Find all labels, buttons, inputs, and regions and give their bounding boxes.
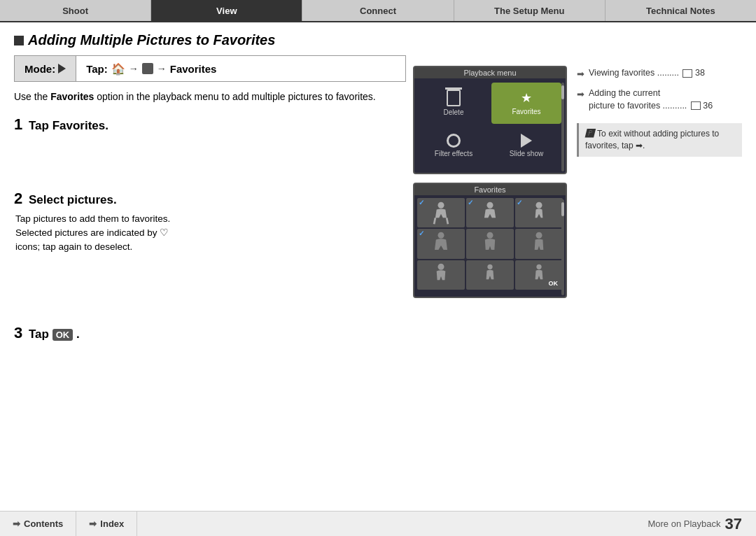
note-icon: 🅿	[585, 129, 594, 139]
intro-text: Use the Favorites option in the playback…	[14, 90, 406, 104]
figure-svg-4	[431, 231, 451, 256]
slide-show-item: Slide show	[491, 127, 561, 165]
figure-svg-6	[529, 231, 549, 256]
note-box: 🅿 To exit without adding pictures to fav…	[577, 123, 742, 157]
playback-grid: Delete ★ Favorites Filter effects Slide …	[414, 78, 566, 169]
svg-point-4	[536, 202, 542, 209]
fav-cell-8	[466, 260, 514, 290]
step-1: 1 Tap Favorites.	[14, 115, 406, 134]
step-2-title: 2 Select pictures.	[14, 190, 406, 208]
ok-badge: OK	[547, 279, 561, 288]
nav-connect[interactable]: Connect	[302, 0, 454, 21]
svg-point-0	[438, 202, 444, 209]
delete-item: Delete	[419, 83, 489, 124]
step-3: 3 Tap OK .	[14, 324, 406, 342]
mode-tap-bar: Mode: Tap: 🏠 → → Favorites	[14, 55, 406, 82]
ref-item-2: ➡ Adding the currentpicture to favorites…	[577, 87, 742, 112]
main-content: Adding Multiple Pictures to Favorites Mo…	[0, 22, 756, 511]
top-navigation: Shoot View Connect The Setup Menu Techni…	[0, 0, 756, 22]
tap-section: Tap: 🏠 → → Favorites	[76, 62, 226, 76]
home-icon: 🏠	[111, 62, 125, 76]
contents-button[interactable]: ➡ Contents	[0, 512, 76, 537]
step-2-desc: Tap pictures to add them to favorites. S…	[15, 212, 406, 255]
bottom-navigation: ➡ Contents ➡ Index More on Playback 37	[0, 511, 756, 536]
playback-menu-screenshot: Playback menu Delete ★ Favorites Filter …	[413, 66, 567, 174]
svg-point-5	[438, 232, 444, 239]
ref-arrow-2: ➡	[577, 88, 584, 101]
fav-cell-9: OK	[515, 260, 563, 290]
fav-cell-1	[417, 198, 465, 227]
playback-mode-icon	[58, 64, 66, 73]
menu-icon	[142, 63, 153, 74]
figure-svg-9	[529, 262, 549, 288]
nav-view[interactable]: View	[151, 0, 302, 21]
nav-setup-menu[interactable]: The Setup Menu	[454, 0, 606, 21]
ref-arrow-1: ➡	[577, 68, 584, 80]
filter-icon	[447, 134, 461, 148]
trash-icon	[447, 90, 461, 106]
svg-point-7	[536, 232, 542, 239]
arrow-icon-1: →	[129, 63, 139, 74]
arrow-icon-2: →	[157, 63, 167, 74]
step-2: 2 Select pictures. Tap pictures to add t…	[14, 190, 406, 255]
nav-technical-notes[interactable]: Technical Notes	[606, 0, 756, 21]
fav-scrollbar	[561, 199, 564, 295]
fav-cell-6	[515, 229, 563, 258]
fav-cell-7	[417, 260, 465, 290]
svg-line-2	[447, 218, 448, 224]
fav-cell-2	[466, 198, 514, 227]
figure-svg-1	[431, 200, 451, 225]
star-icon: ★	[521, 90, 532, 106]
slideshow-icon	[521, 134, 532, 148]
left-column: Adding Multiple Pictures to Favorites Mo…	[14, 32, 413, 504]
svg-point-6	[487, 232, 493, 239]
bottom-right-info: More on Playback 37	[648, 515, 756, 533]
nav-shoot[interactable]: Shoot	[0, 0, 151, 21]
favorites-screenshot: Favorites	[413, 183, 567, 298]
fav-cell-3	[515, 198, 563, 227]
fav-scroll-thumb	[561, 202, 564, 216]
svg-line-1	[434, 218, 435, 224]
bottom-left-nav: ➡ Contents ➡ Index	[0, 512, 137, 537]
section-icon	[14, 36, 24, 45]
middle-column: Playback menu Delete ★ Favorites Filter …	[413, 32, 567, 504]
scrollbar	[561, 83, 564, 171]
ref-item-1: ➡ Viewing favorites ......... 38	[577, 67, 742, 80]
section-title: Adding Multiple Pictures to Favorites	[14, 32, 406, 48]
contents-arrow: ➡	[13, 519, 20, 529]
index-arrow: ➡	[89, 519, 97, 529]
book-icon-2	[691, 101, 701, 110]
ok-button-label: OK	[52, 329, 74, 341]
favorites-grid: OK	[414, 195, 566, 292]
step-1-title: 1 Tap Favorites.	[14, 115, 406, 134]
scroll-thumb	[561, 85, 564, 99]
fav-cell-4	[417, 229, 465, 258]
index-button[interactable]: ➡ Index	[76, 512, 137, 537]
figure-svg-3	[529, 200, 549, 225]
svg-point-3	[487, 202, 493, 209]
mode-box: Mode:	[15, 56, 76, 81]
book-icon-1	[682, 69, 692, 78]
svg-point-10	[536, 265, 541, 269]
favorites-item: ★ Favorites	[491, 83, 561, 124]
step-3-title: 3 Tap OK .	[14, 324, 406, 342]
figure-svg-2	[480, 200, 500, 225]
figure-svg-5	[480, 231, 500, 256]
filter-effects-item: Filter effects	[419, 127, 489, 165]
figure-svg-7	[431, 262, 451, 288]
right-column: ➡ Viewing favorites ......... 38 ➡ Addin…	[567, 32, 742, 504]
svg-point-9	[487, 265, 492, 269]
svg-point-8	[438, 264, 444, 270]
fav-cell-5	[466, 229, 514, 258]
figure-svg-8	[480, 262, 500, 288]
favorites-screen-header: Favorites	[414, 184, 566, 195]
playback-menu-header: Playback menu	[414, 67, 566, 78]
